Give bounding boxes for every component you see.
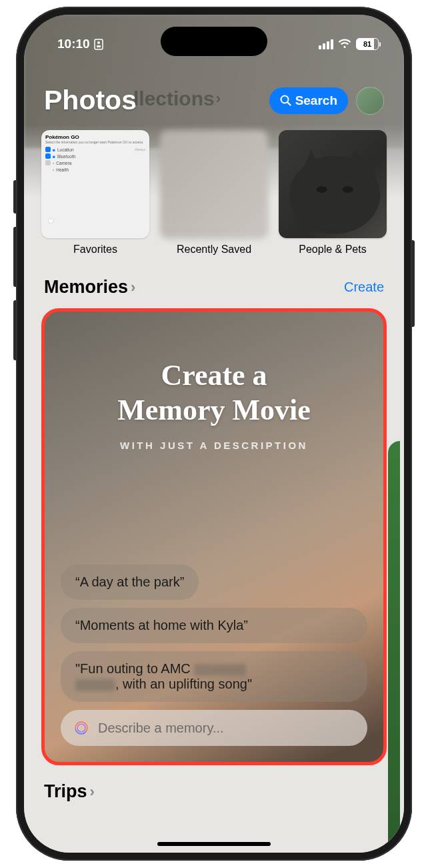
cellular-signal-icon <box>319 39 333 49</box>
breadcrumb-collections: llections › <box>133 87 221 110</box>
favorites-thumb: Pokémon GO Select the information you no… <box>41 130 149 238</box>
memories-section-header: Memories › Create <box>24 262 404 308</box>
collections-row: Pokémon GO Select the information you no… <box>24 130 404 262</box>
input-placeholder: Describe a memory... <box>98 721 224 736</box>
memories-title[interactable]: Memories › <box>44 277 135 298</box>
suggestion-pill[interactable]: "Fun outing to AMC , with an uplifting s… <box>61 651 367 702</box>
collection-recently-saved[interactable]: Recently Saved <box>160 130 268 256</box>
status-time: 10:10 <box>57 37 90 51</box>
screen: 10:10 81 llections › Photos Search <box>24 15 404 853</box>
side-button <box>13 180 16 213</box>
chevron-right-icon: › <box>131 279 135 296</box>
collection-favorites[interactable]: Pokémon GO Select the information you no… <box>41 130 149 256</box>
volume-down-button <box>13 300 16 360</box>
suggestion-pill[interactable]: “A day at the park” <box>61 564 199 600</box>
search-label: Search <box>295 93 337 108</box>
chevron-right-icon: › <box>90 783 95 801</box>
volume-up-button <box>13 227 16 287</box>
create-memory-card[interactable]: Create a Memory Movie With just a descri… <box>41 308 387 765</box>
profile-avatar[interactable] <box>356 87 384 115</box>
dynamic-island <box>161 27 267 56</box>
svg-point-6 <box>317 186 327 193</box>
memory-description-input[interactable]: Describe a memory... <box>61 710 367 746</box>
svg-point-5 <box>289 156 380 234</box>
main-content: Pokémon GO Select the information you no… <box>24 125 404 853</box>
suggestion-pill[interactable]: “Moments at home with Kyla” <box>61 608 367 643</box>
memory-suggestions: “A day at the park” “Moments at home wit… <box>61 564 367 746</box>
power-button <box>412 240 415 327</box>
collection-label: Favorites <box>41 244 149 256</box>
svg-rect-0 <box>95 39 103 49</box>
battery-indicator: 81 <box>356 38 379 50</box>
collection-people-pets[interactable]: People & Pets <box>279 130 387 256</box>
phone-frame: 10:10 81 llections › Photos Search <box>16 7 412 861</box>
svg-point-10 <box>77 724 85 732</box>
trips-title: Trips › <box>44 781 95 802</box>
svg-point-7 <box>343 186 353 193</box>
create-link[interactable]: Create <box>344 280 384 295</box>
id-card-icon <box>94 39 103 50</box>
redacted-text <box>194 664 246 676</box>
search-icon <box>280 95 291 106</box>
search-button[interactable]: Search <box>269 87 348 114</box>
home-indicator[interactable] <box>157 842 271 846</box>
svg-line-4 <box>287 103 290 105</box>
cat-image <box>279 130 387 238</box>
memory-card-title: Create a Memory Movie <box>63 358 365 428</box>
trips-section-header[interactable]: Trips › <box>24 765 404 802</box>
memory-card-subtitle: With just a description <box>63 440 365 451</box>
heart-icon: ♥ <box>48 215 53 226</box>
collection-label: People & Pets <box>279 244 387 256</box>
svg-rect-1 <box>97 45 101 47</box>
pets-thumb <box>279 130 387 238</box>
wifi-icon <box>338 39 351 49</box>
apple-intelligence-icon <box>73 719 90 737</box>
recent-thumb <box>160 130 268 238</box>
next-memory-peek[interactable] <box>388 441 400 853</box>
svg-point-2 <box>97 41 100 44</box>
collection-label: Recently Saved <box>160 244 268 256</box>
app-header: llections › Photos Search <box>24 85 404 116</box>
redacted-text <box>75 679 115 691</box>
page-title: Photos <box>44 85 137 116</box>
